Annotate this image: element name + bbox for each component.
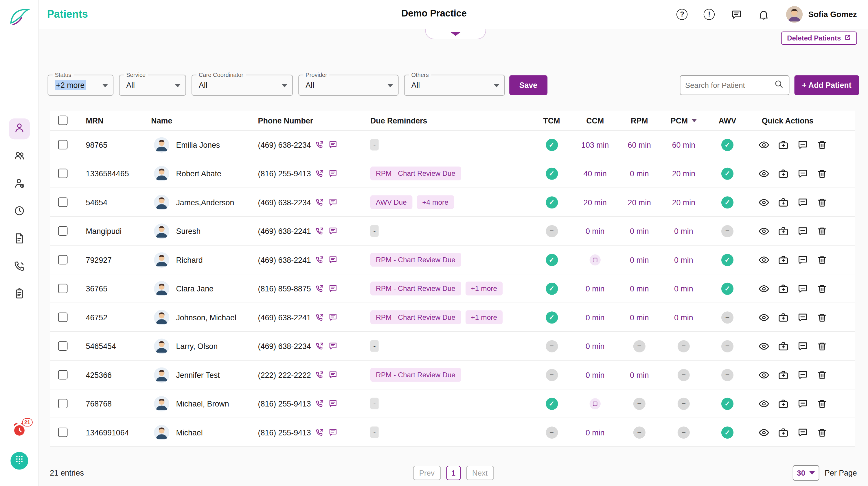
row-checkbox[interactable]	[58, 313, 68, 322]
others-filter[interactable]: Others All	[404, 74, 505, 96]
minutes-link[interactable]: 0 min	[586, 284, 604, 293]
minutes-link[interactable]: 20 min	[672, 169, 695, 178]
delete-icon[interactable]	[816, 139, 828, 150]
more-reminders-badge[interactable]: +1 more	[465, 310, 503, 324]
sms-icon[interactable]	[328, 255, 338, 264]
row-checkbox[interactable]	[58, 370, 68, 380]
view-icon[interactable]	[758, 312, 769, 323]
row-checkbox[interactable]	[58, 341, 68, 351]
delete-icon[interactable]	[816, 340, 828, 352]
minutes-link[interactable]: 0 min	[674, 284, 693, 293]
sms-icon[interactable]	[328, 370, 338, 380]
delete-icon[interactable]	[816, 369, 828, 381]
provider-filter[interactable]: Provider All	[298, 74, 398, 96]
col-pcm[interactable]: PCM	[661, 111, 706, 130]
careplan-icon[interactable]	[777, 398, 789, 410]
call-icon[interactable]	[315, 341, 324, 351]
delete-icon[interactable]	[816, 398, 828, 410]
messages-icon[interactable]	[730, 8, 742, 21]
careplan-icon[interactable]	[777, 426, 789, 438]
patient-search[interactable]	[680, 75, 789, 95]
patient-name[interactable]: James,Anderson	[176, 198, 234, 207]
chat-icon[interactable]	[797, 398, 808, 410]
careplan-icon[interactable]	[777, 196, 789, 208]
delete-icon[interactable]	[816, 254, 828, 265]
sms-icon[interactable]	[328, 140, 338, 150]
per-page-select[interactable]: 30	[793, 465, 819, 481]
user-menu[interactable]: Sofia Gomez	[786, 6, 857, 23]
sms-icon[interactable]	[328, 341, 338, 351]
careplan-icon[interactable]	[777, 139, 789, 150]
status-filter[interactable]: Status +2 more	[48, 74, 114, 96]
view-icon[interactable]	[758, 254, 769, 265]
chat-icon[interactable]	[797, 369, 808, 381]
minutes-link[interactable]: 0 min	[586, 226, 604, 235]
row-checkbox[interactable]	[58, 284, 68, 293]
sidebar-item-providers[interactable]	[9, 174, 30, 195]
add-patient-button[interactable]: + Add Patient	[794, 75, 859, 95]
careplan-icon[interactable]	[777, 168, 789, 179]
careplan-icon[interactable]	[777, 369, 789, 381]
minutes-link[interactable]: 103 min	[581, 140, 609, 149]
patient-name[interactable]: Jennifer Test	[176, 370, 220, 379]
col-awv[interactable]: AWV	[706, 111, 749, 130]
view-icon[interactable]	[758, 426, 769, 438]
view-icon[interactable]	[758, 369, 769, 381]
patient-name[interactable]: Michael	[176, 428, 203, 437]
alerts-button[interactable]: 21	[10, 422, 28, 440]
patient-name[interactable]: Larry, Olson	[176, 342, 218, 350]
view-icon[interactable]	[758, 196, 769, 208]
minutes-link[interactable]: 0 min	[586, 313, 604, 322]
minutes-link[interactable]: 0 min	[630, 255, 649, 264]
view-icon[interactable]	[758, 168, 769, 179]
chat-icon[interactable]	[797, 340, 808, 352]
minutes-link[interactable]: 0 min	[630, 313, 649, 322]
chat-icon[interactable]	[797, 196, 808, 208]
sidebar-item-time-tracking[interactable]	[9, 201, 30, 222]
col-reminders[interactable]: Due Reminders	[365, 111, 530, 130]
next-page-button[interactable]: Next	[466, 466, 494, 480]
sms-icon[interactable]	[328, 169, 338, 179]
minutes-link[interactable]: 0 min	[586, 428, 604, 437]
row-checkbox[interactable]	[58, 140, 68, 150]
minutes-link[interactable]: 0 min	[630, 370, 649, 379]
minutes-link[interactable]: 0 min	[674, 255, 693, 264]
sidebar-item-care-team[interactable]	[9, 146, 30, 167]
timer-stop-icon[interactable]	[590, 398, 601, 409]
reminder-badge[interactable]: RPM - Chart Review Due	[370, 253, 461, 266]
patient-name[interactable]: Emilia Jones	[176, 140, 220, 149]
call-icon[interactable]	[315, 226, 324, 236]
minutes-link[interactable]: 20 min	[628, 198, 651, 207]
reminder-badge[interactable]: RPM - Chart Review Due	[370, 368, 461, 382]
search-icon[interactable]	[774, 79, 783, 91]
patient-name[interactable]: Johnson, Michael	[176, 313, 236, 322]
filter-drawer-handle[interactable]	[425, 29, 486, 39]
chat-icon[interactable]	[797, 168, 808, 179]
row-checkbox[interactable]	[58, 399, 68, 408]
help-icon[interactable]: ?	[676, 8, 688, 21]
careplan-icon[interactable]	[777, 340, 789, 352]
call-icon[interactable]	[315, 197, 324, 207]
chat-icon[interactable]	[797, 225, 808, 237]
patient-name[interactable]: Richard	[176, 255, 203, 264]
col-tcm[interactable]: TCM	[530, 111, 573, 130]
call-icon[interactable]	[315, 255, 324, 264]
more-reminders-badge[interactable]: +4 more	[416, 195, 454, 209]
alert-icon[interactable]: !	[703, 8, 715, 21]
minutes-link[interactable]: 0 min	[630, 284, 649, 293]
notifications-icon[interactable]	[757, 8, 770, 21]
minutes-link[interactable]: 60 min	[672, 140, 695, 149]
current-page-button[interactable]: 1	[446, 466, 461, 480]
careplan-icon[interactable]	[777, 225, 789, 237]
call-icon[interactable]	[315, 313, 324, 322]
chat-icon[interactable]	[797, 254, 808, 265]
patient-name[interactable]: Robert Abate	[176, 169, 221, 178]
sms-icon[interactable]	[328, 399, 338, 408]
sms-icon[interactable]	[328, 197, 338, 207]
row-checkbox[interactable]	[58, 197, 68, 207]
row-checkbox[interactable]	[58, 226, 68, 236]
call-icon[interactable]	[315, 399, 324, 408]
call-icon[interactable]	[315, 284, 324, 293]
minutes-link[interactable]: 0 min	[586, 342, 604, 350]
timer-stop-icon[interactable]	[590, 254, 601, 265]
